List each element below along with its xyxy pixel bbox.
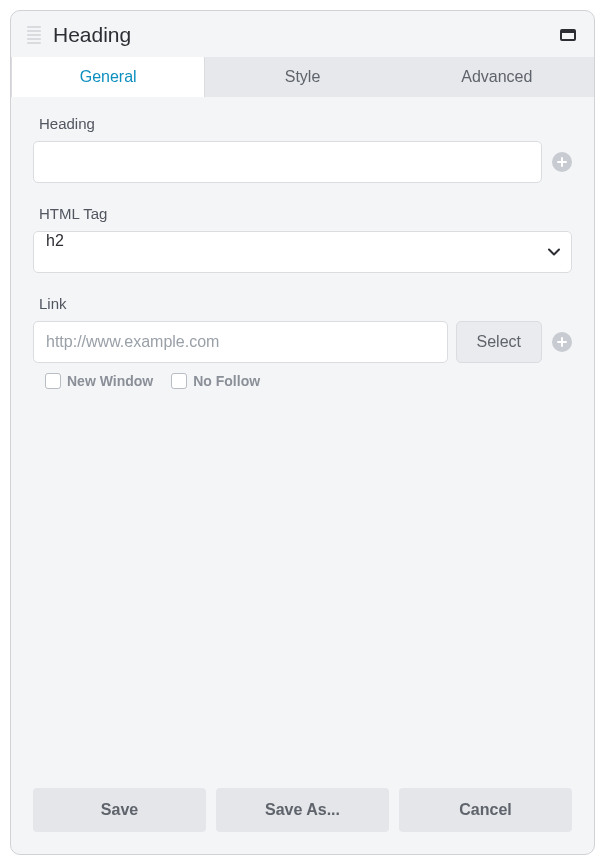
tab-bar: General Style Advanced <box>11 57 594 97</box>
panel-title: Heading <box>53 23 560 47</box>
heading-label: Heading <box>33 115 572 132</box>
tab-style[interactable]: Style <box>205 57 399 97</box>
add-connection-icon[interactable] <box>552 332 572 352</box>
window-mode-icon[interactable] <box>560 29 576 41</box>
drag-handle-icon[interactable] <box>27 26 41 44</box>
tab-general[interactable]: General <box>11 57 205 97</box>
panel-content: Heading HTML Tag h2 <box>11 97 594 788</box>
checkbox-icon <box>45 373 61 389</box>
field-html-tag: HTML Tag h2 <box>33 205 572 273</box>
field-heading: Heading <box>33 115 572 183</box>
add-connection-icon[interactable] <box>552 152 572 172</box>
no-follow-label: No Follow <box>193 373 260 389</box>
link-input[interactable] <box>33 321 448 363</box>
new-window-checkbox[interactable]: New Window <box>45 373 153 389</box>
no-follow-checkbox[interactable]: No Follow <box>171 373 260 389</box>
tab-advanced[interactable]: Advanced <box>400 57 594 97</box>
new-window-label: New Window <box>67 373 153 389</box>
link-label: Link <box>33 295 572 312</box>
html-tag-label: HTML Tag <box>33 205 572 222</box>
field-link: Link Select New Window No Follow <box>33 295 572 389</box>
html-tag-select[interactable]: h2 <box>33 231 572 273</box>
save-button[interactable]: Save <box>33 788 206 832</box>
heading-input[interactable] <box>33 141 542 183</box>
settings-panel: Heading General Style Advanced Heading H… <box>10 10 595 855</box>
panel-header: Heading <box>11 11 594 57</box>
checkbox-icon <box>171 373 187 389</box>
cancel-button[interactable]: Cancel <box>399 788 572 832</box>
link-select-button[interactable]: Select <box>456 321 542 363</box>
link-options-row: New Window No Follow <box>33 373 572 389</box>
panel-footer: Save Save As... Cancel <box>11 788 594 854</box>
save-as-button[interactable]: Save As... <box>216 788 389 832</box>
